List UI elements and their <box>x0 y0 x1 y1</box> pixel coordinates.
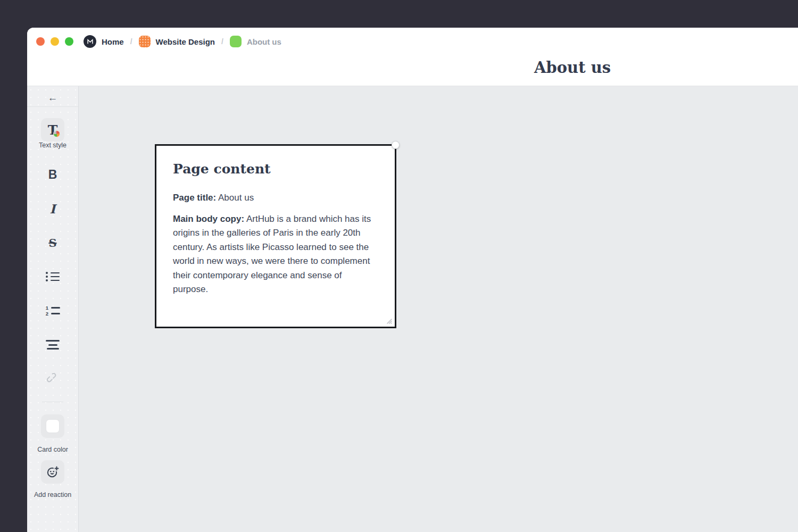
card-color-swatch-icon <box>46 419 60 433</box>
milanote-logo-icon <box>84 35 96 48</box>
note-card-content: Page content Page title: About us Main b… <box>156 146 395 297</box>
resize-grip-icon[interactable] <box>385 317 393 325</box>
add-reaction-label: Add reaction <box>27 491 78 498</box>
selected-note-card[interactable]: Page content Page title: About us Main b… <box>155 144 396 328</box>
desktop-background: Home / Website Design / About us About u… <box>0 0 798 532</box>
bullet-list-icon <box>46 271 60 282</box>
note-card-title: Page content <box>173 160 378 179</box>
italic-icon: I <box>50 202 56 216</box>
window-controls <box>36 37 73 46</box>
text-style-button[interactable]: T <box>27 118 78 142</box>
orange-board-icon <box>139 36 151 47</box>
field-label: Page title: <box>173 193 216 203</box>
close-window-button[interactable] <box>36 37 45 46</box>
note-card-field: Page title: About us <box>173 191 378 205</box>
note-card-field: Main body copy: ArtHub is a brand which … <box>173 212 378 297</box>
field-label: Main body copy: <box>173 214 244 224</box>
italic-button[interactable]: I <box>27 199 78 218</box>
collapse-toolbar-button[interactable]: ← <box>27 90 78 105</box>
breadcrumb: Home / Website Design / About us <box>84 28 281 55</box>
breadcrumb-separator: / <box>130 37 132 46</box>
header-bar: Home / Website Design / About us About u… <box>27 28 798 86</box>
numbered-list-icon: 1 2 <box>45 305 60 317</box>
toolbar-divider <box>27 106 78 107</box>
add-reaction-button[interactable] <box>27 460 78 484</box>
breadcrumb-label: About us <box>247 37 281 46</box>
strikethrough-button[interactable]: S <box>27 233 78 252</box>
text-style-label: Text style <box>27 142 78 149</box>
card-color-button[interactable] <box>27 414 78 438</box>
text-align-icon <box>46 340 60 350</box>
card-color-label: Card color <box>27 446 78 453</box>
breadcrumb-item-home[interactable]: Home <box>84 35 124 48</box>
breadcrumb-label: Website Design <box>156 37 215 46</box>
board-title[interactable]: About us <box>490 59 655 77</box>
bullet-list-button[interactable] <box>27 267 78 286</box>
zoom-window-button[interactable] <box>65 37 73 46</box>
bold-button[interactable]: B <box>27 165 78 184</box>
field-value: About us <box>216 193 254 203</box>
breadcrumb-item-website-design[interactable]: Website Design <box>139 36 215 47</box>
text-align-button[interactable] <box>27 335 78 354</box>
breadcrumb-label: Home <box>102 37 124 46</box>
add-reaction-smiley-icon <box>46 465 60 479</box>
color-wheel-icon <box>53 130 60 137</box>
app-window: Home / Website Design / About us About u… <box>27 28 798 532</box>
bold-icon: B <box>48 168 57 182</box>
breadcrumb-separator: / <box>221 37 223 46</box>
formatting-toolbar: ← T Text style B I S <box>27 86 79 532</box>
selection-handle[interactable] <box>392 141 400 149</box>
board-canvas[interactable]: Page content Page title: About us Main b… <box>79 86 798 532</box>
link-button-disabled[interactable] <box>27 369 78 388</box>
field-value: ArtHub is a brand which has its origins … <box>173 214 371 295</box>
link-icon <box>47 373 59 385</box>
breadcrumb-item-about-us[interactable]: About us <box>230 36 281 47</box>
green-board-icon <box>230 36 242 47</box>
minimize-window-button[interactable] <box>51 37 59 46</box>
arrow-left-icon: ← <box>48 92 58 104</box>
toolbar-divider <box>42 402 63 402</box>
numbered-list-button[interactable]: 1 2 <box>27 301 78 320</box>
strikethrough-icon: S <box>48 236 56 250</box>
